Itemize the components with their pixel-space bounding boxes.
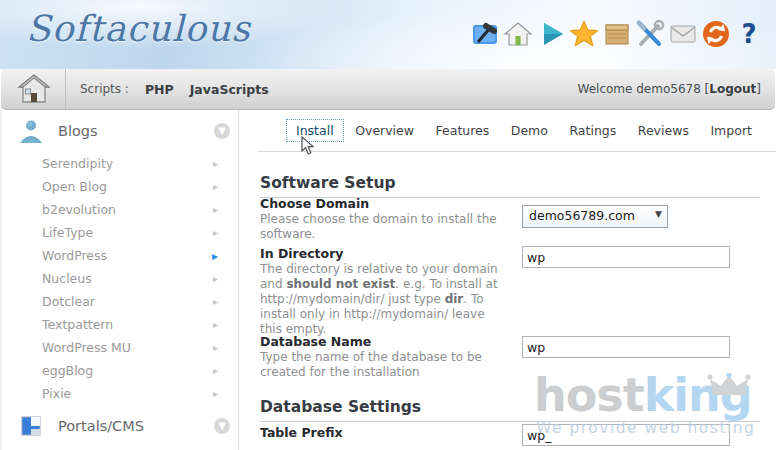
nav-home-icon[interactable] bbox=[13, 71, 55, 107]
help-icon[interactable]: ? bbox=[734, 19, 764, 49]
softaculous-logo: Softaculous bbox=[26, 8, 251, 49]
sidebar-divider bbox=[238, 110, 239, 450]
in-directory-input[interactable] bbox=[522, 246, 730, 268]
section-title-database-settings: Database Settings bbox=[260, 398, 760, 422]
section-title-software-setup: Software Setup bbox=[260, 174, 760, 198]
domain-select[interactable]: demo56789.com▼ bbox=[522, 205, 668, 228]
user-icon bbox=[16, 116, 46, 146]
item-label: WordPress bbox=[42, 248, 212, 263]
mail-icon[interactable] bbox=[668, 19, 698, 49]
tools-icon[interactable] bbox=[635, 19, 665, 49]
window-icon bbox=[16, 411, 46, 441]
sidebar: Blogs ▼ Serendipity▸ Open Blog▸ b2evolut… bbox=[0, 110, 240, 450]
star-icon[interactable] bbox=[569, 19, 599, 49]
scripts-label: Scripts : bbox=[80, 82, 129, 96]
help-glyph: ? bbox=[741, 19, 756, 49]
sidebar-category-portals-cms[interactable]: Portals/CMS ▼ bbox=[2, 405, 240, 447]
toolbox-icon[interactable] bbox=[470, 19, 500, 49]
nav-link-javascripts[interactable]: JavaScripts bbox=[190, 82, 269, 97]
sidebar-item-dotclear[interactable]: Dotclear▸ bbox=[2, 290, 240, 313]
field-desc: The directory is relative to your domain… bbox=[260, 262, 510, 337]
mouse-cursor bbox=[301, 136, 315, 160]
item-label: Dotclear bbox=[42, 294, 213, 309]
sidebar-item-eggblog[interactable]: eggBlog▸ bbox=[2, 359, 240, 382]
tab-reviews[interactable]: Reviews bbox=[628, 119, 699, 142]
item-label: Pixie bbox=[42, 386, 213, 401]
sidebar-item-wordpress-mu[interactable]: WordPress MU▸ bbox=[2, 336, 240, 359]
category-label: Blogs bbox=[58, 123, 214, 139]
welcome-prefix: Welcome demo5678 [ bbox=[578, 82, 710, 96]
item-label: Textpattern bbox=[42, 317, 213, 332]
arrow-icon: ▸ bbox=[213, 296, 218, 307]
tab-overview[interactable]: Overview bbox=[345, 119, 424, 142]
arrow-icon-active: ▸ bbox=[212, 249, 218, 263]
item-label: LifeType bbox=[42, 225, 213, 240]
category-label: Portals/CMS bbox=[58, 418, 214, 434]
domain-select-value: demo56789.com bbox=[529, 208, 635, 223]
field-desc: Please choose the domain to install the … bbox=[260, 212, 510, 242]
item-label: b2evolution bbox=[42, 202, 213, 217]
arrow-icon: ▸ bbox=[213, 319, 218, 330]
arrow-icon: ▸ bbox=[213, 158, 218, 169]
desc-part-bold: should not exist bbox=[286, 277, 395, 291]
welcome-suffix: ] bbox=[756, 82, 761, 96]
tab-import[interactable]: Import bbox=[700, 119, 762, 142]
arrow-icon: ▸ bbox=[213, 181, 218, 192]
nav-divider bbox=[65, 69, 66, 109]
arrow-icon: ▸ bbox=[213, 365, 218, 376]
arrow-icon: ▸ bbox=[213, 388, 218, 399]
chevron-down-icon[interactable]: ▼ bbox=[214, 123, 230, 139]
main-content: Install Overview Features Demo Ratings R… bbox=[258, 110, 776, 450]
sidebar-item-textpattern[interactable]: Textpattern▸ bbox=[2, 313, 240, 336]
item-label: eggBlog bbox=[42, 363, 213, 378]
top-banner: Softaculous bbox=[0, 0, 776, 69]
select-arrow-icon: ▼ bbox=[655, 209, 662, 219]
item-label: Open Blog bbox=[42, 179, 213, 194]
tab-demo[interactable]: Demo bbox=[501, 119, 558, 142]
field-database-name: Database Name Type the name of the datab… bbox=[260, 334, 776, 382]
sidebar-item-open-blog[interactable]: Open Blog▸ bbox=[2, 175, 240, 198]
desc-part-bold: dir bbox=[445, 292, 464, 306]
tab-ratings[interactable]: Ratings bbox=[559, 119, 626, 142]
welcome-text: Welcome demo5678 [Logout] bbox=[578, 82, 761, 96]
tab-bar: Install Overview Features Demo Ratings R… bbox=[258, 110, 776, 152]
field-label: Choose Domain bbox=[260, 196, 776, 211]
banner-icon-toolbar: ? bbox=[470, 19, 764, 49]
sidebar-item-serendipity[interactable]: Serendipity▸ bbox=[2, 152, 240, 175]
arrow-icon: ▸ bbox=[213, 273, 218, 284]
nav-link-php[interactable]: PHP bbox=[145, 82, 174, 97]
sidebar-item-nucleus[interactable]: Nucleus▸ bbox=[2, 267, 240, 290]
sidebar-item-wordpress[interactable]: WordPress▸ bbox=[2, 244, 240, 267]
chevron-down-icon[interactable]: ▼ bbox=[214, 418, 230, 434]
item-label: Nucleus bbox=[42, 271, 213, 286]
database-name-input[interactable] bbox=[522, 336, 730, 358]
sidebar-item-b2evolution[interactable]: b2evolution▸ bbox=[2, 198, 240, 221]
item-label: WordPress MU bbox=[42, 340, 213, 355]
field-in-directory: In Directory The directory is relative t… bbox=[260, 246, 776, 332]
arrow-icon: ▸ bbox=[213, 342, 218, 353]
package-icon[interactable] bbox=[602, 19, 632, 49]
tab-features[interactable]: Features bbox=[426, 119, 500, 142]
arrow-icon: ▸ bbox=[213, 204, 218, 215]
sidebar-category-blogs[interactable]: Blogs ▼ bbox=[2, 110, 240, 152]
sidebar-item-lifetype[interactable]: LifeType▸ bbox=[2, 221, 240, 244]
arrow-icon: ▸ bbox=[213, 227, 218, 238]
table-prefix-input[interactable] bbox=[522, 424, 730, 446]
nav-bar: Scripts : PHP JavaScripts Welcome demo56… bbox=[1, 69, 775, 110]
sidebar-item-pixie[interactable]: Pixie▸ bbox=[2, 382, 240, 405]
logout-link[interactable]: Logout bbox=[709, 82, 756, 96]
play-icon[interactable] bbox=[536, 19, 566, 49]
item-label: Serendipity bbox=[42, 156, 213, 171]
field-table-prefix: Table Prefix bbox=[260, 425, 776, 450]
softaculous-page: Softaculous bbox=[0, 0, 776, 450]
refresh-icon[interactable] bbox=[701, 19, 731, 49]
home-icon[interactable] bbox=[503, 19, 533, 49]
field-choose-domain: Choose Domain Please choose the domain t… bbox=[260, 196, 776, 244]
field-desc: Type the name of the database to be crea… bbox=[260, 350, 510, 380]
